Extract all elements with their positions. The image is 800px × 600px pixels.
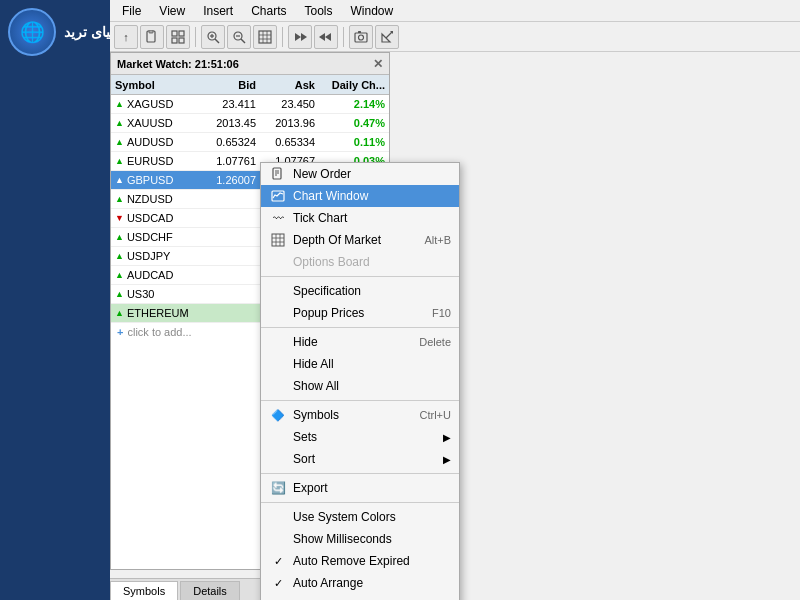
svg-marker-18	[295, 33, 301, 41]
ctx-show-all[interactable]: Show All	[261, 375, 459, 397]
bid-value: 0.65324	[201, 136, 260, 148]
ctx-chart-window[interactable]: Chart Window	[261, 185, 459, 207]
toolbar: ↑	[110, 22, 800, 52]
ctx-depth-of-market[interactable]: Depth Of Market Alt+B	[261, 229, 459, 251]
ctx-show-milliseconds[interactable]: Show Milliseconds	[261, 528, 459, 550]
logo-area: 🌐 دنیای ترید	[8, 8, 120, 56]
menu-charts[interactable]: Charts	[243, 2, 294, 20]
table-row[interactable]: ▲ XAUUSD 2013.45 2013.96 0.47%	[111, 114, 389, 133]
ctx-shortcut: Alt+B	[424, 234, 451, 246]
ctx-label: Auto Arrange	[293, 576, 363, 590]
bid-value: 1.07761	[201, 155, 260, 167]
arrow-up-icon: ▲	[115, 308, 124, 318]
bid-value: 23.411	[201, 98, 260, 110]
ctx-label: New Order	[293, 167, 351, 181]
svg-rect-13	[259, 31, 271, 43]
arrow-up-icon: ▲	[115, 194, 124, 204]
ctx-export[interactable]: 🔄 Export	[261, 477, 459, 499]
menu-view[interactable]: View	[151, 2, 193, 20]
ctx-separator	[261, 502, 459, 503]
ctx-options-board: Options Board	[261, 251, 459, 273]
bid-value: 1.26007	[201, 174, 260, 186]
menu-file[interactable]: File	[114, 2, 149, 20]
show-all-icon	[269, 377, 287, 395]
symbol-cell: ▲ AUDCAD	[111, 269, 201, 281]
ctx-label: Chart Window	[293, 189, 368, 203]
tab-details[interactable]: Details	[180, 581, 240, 600]
popup-icon	[269, 304, 287, 322]
ctx-use-system-colors[interactable]: Use System Colors	[261, 506, 459, 528]
toolbar-grid-btn[interactable]	[253, 25, 277, 49]
ask-value: 0.65334	[260, 136, 319, 148]
bid-value: 2013.45	[201, 117, 260, 129]
table-row[interactable]: ▲ AUDUSD 0.65324 0.65334 0.11%	[111, 133, 389, 152]
ctx-auto-remove-expired[interactable]: ✓ Auto Remove Expired	[261, 550, 459, 572]
ctx-tick-chart[interactable]: 〰 Tick Chart	[261, 207, 459, 229]
symbol-cell: ▲ XAGUSD	[111, 98, 201, 110]
toolbar-zoom-out-btn[interactable]	[227, 25, 251, 49]
ctx-separator	[261, 400, 459, 401]
svg-rect-24	[358, 31, 361, 33]
svg-line-26	[386, 32, 392, 38]
ctx-label: Sets	[293, 430, 317, 444]
ctx-popup-prices[interactable]: Popup Prices F10	[261, 302, 459, 324]
svg-rect-3	[179, 31, 184, 36]
ctx-hide-all[interactable]: Hide All	[261, 353, 459, 375]
symbol-name: USDJPY	[127, 250, 170, 262]
sort-arrow-icon: ▶	[443, 454, 451, 465]
toolbar-layout-btn[interactable]	[166, 25, 190, 49]
arrow-down-icon: ▼	[115, 213, 124, 223]
table-header: Symbol Bid Ask Daily Ch...	[111, 75, 389, 95]
ctx-hide[interactable]: Hide Delete	[261, 331, 459, 353]
ctx-label: Show All	[293, 379, 339, 393]
change-value: 0.11%	[319, 136, 389, 148]
symbol-name: AUDUSD	[127, 136, 173, 148]
context-menu: New Order Chart Window 〰 Tick Chart Dept…	[260, 162, 460, 600]
change-value: 0.47%	[319, 117, 389, 129]
ctx-auto-arrange[interactable]: ✓ Auto Arrange	[261, 572, 459, 594]
toolbar-up-btn[interactable]: ↑	[114, 25, 138, 49]
svg-rect-22	[355, 33, 367, 42]
toolbar-backward-btn[interactable]	[314, 25, 338, 49]
ctx-sort[interactable]: Sort ▶	[261, 448, 459, 470]
ctx-label: Tick Chart	[293, 211, 347, 225]
symbol-cell: ▲ AUDUSD	[111, 136, 201, 148]
toolbar-arrow-btn[interactable]	[375, 25, 399, 49]
ctx-label: Depth Of Market	[293, 233, 381, 247]
arrow-up-icon: ▲	[115, 99, 124, 109]
ctx-symbols[interactable]: 🔷 Symbols Ctrl+U	[261, 404, 459, 426]
toolbar-screenshot-btn[interactable]	[349, 25, 373, 49]
depth-of-market-icon	[269, 231, 287, 249]
ctx-new-order[interactable]: New Order	[261, 163, 459, 185]
sets-icon	[269, 428, 287, 446]
symbol-name: XAGUSD	[127, 98, 173, 110]
ctx-label: Symbols	[293, 408, 339, 422]
ctx-shortcut: F10	[432, 307, 451, 319]
col-ask: Ask	[260, 79, 319, 91]
ctx-sets[interactable]: Sets ▶	[261, 426, 459, 448]
symbol-name: EURUSD	[127, 155, 173, 167]
ctx-grid[interactable]: ✓ Grid	[261, 594, 459, 600]
toolbar-forward-btn[interactable]	[288, 25, 312, 49]
tab-symbols[interactable]: Symbols	[110, 581, 178, 600]
toolbar-clipboard-btn[interactable]	[140, 25, 164, 49]
menu-window[interactable]: Window	[343, 2, 402, 20]
symbol-cell: ▼ USDCAD	[111, 212, 201, 224]
toolbar-sep1	[195, 27, 196, 47]
arrow-up-icon: ▲	[115, 289, 124, 299]
table-row[interactable]: ▲ XAGUSD 23.411 23.450 2.14%	[111, 95, 389, 114]
svg-rect-5	[179, 38, 184, 43]
ctx-specification[interactable]: Specification	[261, 280, 459, 302]
menu-tools[interactable]: Tools	[297, 2, 341, 20]
market-watch-header: Market Watch: 21:51:06 ✕	[111, 53, 389, 75]
toolbar-zoom-in-btn[interactable]	[201, 25, 225, 49]
ctx-label: Hide	[293, 335, 318, 349]
arrow-up-icon: ▲	[115, 232, 124, 242]
toolbar-sep2	[282, 27, 283, 47]
ctx-label: Auto Remove Expired	[293, 554, 410, 568]
menu-insert[interactable]: Insert	[195, 2, 241, 20]
svg-point-23	[359, 35, 364, 40]
svg-line-7	[215, 39, 219, 43]
ctx-label: Options Board	[293, 255, 370, 269]
market-watch-close-btn[interactable]: ✕	[373, 57, 383, 71]
